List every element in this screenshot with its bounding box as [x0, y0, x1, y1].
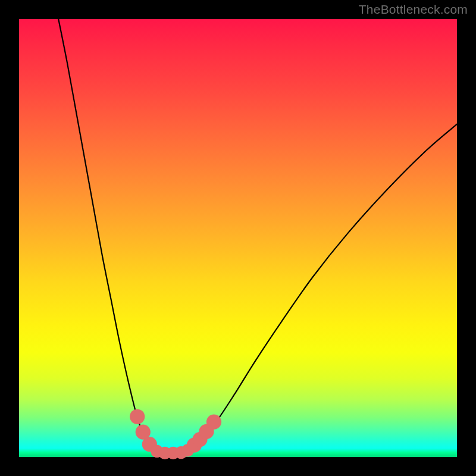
watermark-text: TheBottleneck.com [359, 2, 468, 17]
highlight-dot [130, 409, 145, 424]
chart-stage: TheBottleneck.com [0, 0, 476, 476]
curve-layer [19, 19, 457, 457]
bottleneck-curve [58, 19, 457, 453]
highlight-dot [206, 415, 221, 430]
